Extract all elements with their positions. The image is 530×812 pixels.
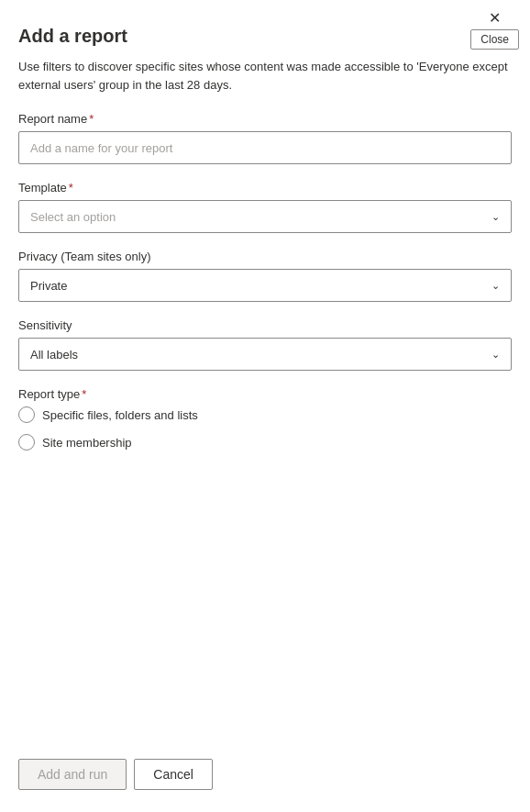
template-chevron-icon: ⌄ bbox=[491, 211, 500, 223]
template-label: Template* bbox=[18, 181, 512, 195]
radio-label-site-membership: Site membership bbox=[42, 436, 132, 450]
radio-circle-site-membership[interactable] bbox=[18, 434, 35, 450]
radio-circle-specific-files[interactable] bbox=[18, 406, 35, 423]
dialog-footer: Add and run Cancel bbox=[18, 759, 512, 790]
privacy-select-value: Private bbox=[30, 279, 67, 293]
report-type-group: Report type* Specific files, folders and… bbox=[18, 387, 512, 450]
template-required-star: * bbox=[69, 181, 73, 195]
template-select[interactable]: Select an option ⌄ bbox=[18, 200, 512, 233]
template-select-value: Select an option bbox=[30, 210, 116, 224]
close-area: ✕ Close bbox=[470, 11, 519, 50]
report-name-label: Report name* bbox=[18, 112, 512, 126]
report-name-group: Report name* bbox=[18, 112, 512, 164]
radio-item-site-membership[interactable]: Site membership bbox=[18, 434, 512, 450]
sensitivity-group: Sensitivity All labels ⌄ bbox=[18, 318, 512, 371]
privacy-label: Privacy (Team sites only) bbox=[18, 250, 512, 263]
add-and-run-button[interactable]: Add and run bbox=[18, 759, 127, 790]
privacy-chevron-icon: ⌄ bbox=[491, 280, 500, 292]
close-button[interactable]: Close bbox=[470, 29, 519, 50]
dialog-description: Use filters to discover specific sites w… bbox=[18, 58, 512, 94]
privacy-select[interactable]: Private ⌄ bbox=[18, 269, 512, 302]
report-type-label: Report type* bbox=[18, 387, 512, 401]
radio-item-specific-files[interactable]: Specific files, folders and lists bbox=[18, 406, 512, 423]
sensitivity-label: Sensitivity bbox=[18, 318, 512, 332]
report-name-input[interactable] bbox=[18, 131, 512, 164]
radio-label-specific-files: Specific files, folders and lists bbox=[42, 408, 198, 422]
close-x-icon[interactable]: ✕ bbox=[489, 11, 501, 26]
required-star: * bbox=[89, 112, 94, 126]
cancel-button[interactable]: Cancel bbox=[134, 759, 213, 790]
report-type-required-star: * bbox=[82, 387, 86, 401]
sensitivity-select-value: All labels bbox=[30, 348, 78, 362]
dialog-title: Add a report bbox=[18, 26, 512, 47]
report-type-radio-group: Specific files, folders and lists Site m… bbox=[18, 406, 512, 450]
sensitivity-select[interactable]: All labels ⌄ bbox=[18, 338, 512, 371]
privacy-group: Privacy (Team sites only) Private ⌄ bbox=[18, 250, 512, 302]
sensitivity-chevron-icon: ⌄ bbox=[491, 349, 500, 361]
template-group: Template* Select an option ⌄ bbox=[18, 181, 512, 233]
add-report-dialog: ✕ Close Add a report Use filters to disc… bbox=[0, 0, 530, 812]
